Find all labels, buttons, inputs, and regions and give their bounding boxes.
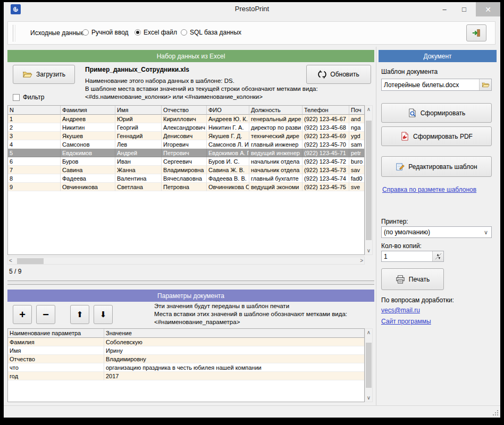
table-row[interactable]: 5ЕвдокимовАндрейПетровичЕвдокимов А. П.в…	[8, 149, 364, 157]
column-header[interactable]: ФИО	[207, 106, 249, 115]
radio-label: Excel файл	[144, 29, 177, 36]
scrollbar-thumb[interactable]	[366, 121, 372, 240]
scroll-right-icon[interactable]: >	[359, 257, 364, 265]
table-cell: Отчество	[8, 355, 104, 363]
table-cell: (922) 123-45-70	[303, 140, 349, 149]
table-row[interactable]: ОтчествоВладимировну	[8, 355, 364, 363]
table-cell: Кириллович	[162, 115, 207, 123]
excel-data-grid[interactable]: NФамилияИмяОтчествоФИОДолжностьТелефонПо…	[7, 105, 365, 255]
radio-manual-input[interactable]: Ручной ввод	[82, 29, 129, 36]
table-cell: Жанна	[115, 166, 162, 174]
refresh-button[interactable]: Обновить	[306, 65, 371, 84]
add-param-button[interactable]: +	[13, 305, 32, 324]
scrollbar-thumb[interactable]	[17, 258, 44, 264]
table-cell: Фадеева	[61, 174, 115, 183]
generate-button-label: Сформировать	[421, 109, 466, 117]
table-cell: Владимировну	[104, 355, 365, 363]
table-row[interactable]: 7СавинаЖаннаВладимировнаСавина Ж. В.нача…	[8, 166, 364, 174]
close-button[interactable]: ✕	[476, 2, 500, 16]
table-cell: petr	[349, 149, 365, 157]
move-up-button[interactable]: ⬆	[70, 305, 89, 324]
filter-label: Фильтр	[23, 94, 44, 101]
table-cell: Савина Ж. В.	[207, 166, 249, 174]
table-row[interactable]: ФамилияСоболевскую	[8, 338, 364, 346]
table-row[interactable]: 2НикитинГеоргийАлександровичНикитин Г. А…	[8, 123, 364, 132]
spin-buttons[interactable]	[432, 251, 443, 261]
table-cell: 5	[8, 149, 61, 157]
table-row[interactable]: чтоорганизацию праздника в честь юбилея …	[8, 363, 364, 372]
table-cell: 7	[8, 166, 61, 174]
table-row[interactable]: ИмяИрину	[8, 346, 364, 355]
maximize-button[interactable]: □	[455, 2, 474, 16]
params-grid[interactable]: Наименование параметраЗначениеФамилияСоб…	[7, 328, 365, 402]
column-header[interactable]: N	[8, 106, 61, 115]
scroll-left-icon[interactable]: <	[8, 257, 13, 265]
generate-button[interactable]: Сформировать	[381, 103, 492, 123]
radio-circle-icon	[82, 29, 89, 36]
resize-grip-icon[interactable]	[492, 410, 499, 416]
excel-panel-header: Набор данных из Excel	[7, 50, 374, 62]
column-header[interactable]: Должность	[249, 106, 303, 115]
table-row[interactable]: 4СамсоновЛевИгоревичСамсонов Л. И.главны…	[8, 140, 364, 149]
printer-select[interactable]: (по умолчанию) ∨	[381, 226, 492, 238]
column-header[interactable]: Значение	[104, 329, 365, 338]
table-cell: Самсонов Л. И.	[207, 140, 249, 149]
scrollbar-thumb[interactable]	[366, 343, 372, 388]
table-cell: 4	[8, 140, 61, 149]
browse-template-button[interactable]	[479, 79, 491, 90]
support-label: По вопросам доработки:	[381, 296, 454, 304]
generate-pdf-button[interactable]: Сформировать PDF	[381, 126, 492, 146]
params-vertical-scrollbar[interactable]: ∧ ∨	[365, 328, 373, 402]
column-header[interactable]: Наименование параметра	[8, 329, 104, 338]
grid-horizontal-scrollbar[interactable]: < >	[7, 257, 365, 265]
print-button-label: Печать	[409, 276, 430, 283]
column-header[interactable]: Имя	[115, 106, 162, 115]
scroll-up-icon[interactable]: ∧	[366, 106, 372, 113]
remove-param-button[interactable]: −	[36, 305, 55, 324]
scroll-up-icon[interactable]: ∧	[366, 329, 372, 336]
grid-header-row: NФамилияИмяОтчествоФИОДолжностьТелефонПо…	[8, 106, 364, 115]
source-toolbar: Исходные данные: Ручной ввод Excel файл …	[7, 21, 495, 45]
template-file-input[interactable]: Лотерейные билеты.docx	[381, 79, 492, 91]
source-data-label: Исходные данные:	[30, 29, 86, 37]
program-site-link[interactable]: Сайт программы	[381, 318, 431, 325]
table-cell: начальник отдела	[249, 166, 303, 174]
copies-stepper[interactable]: 1	[381, 251, 444, 262]
print-button[interactable]: Печать	[381, 268, 444, 290]
move-down-button[interactable]: ⬇	[94, 305, 113, 324]
radio-excel-file[interactable]: Excel файл	[135, 29, 177, 36]
table-row[interactable]: год2017	[8, 372, 364, 380]
chevron-down-icon: ∨	[481, 229, 491, 236]
table-cell: Самсонов	[61, 140, 115, 149]
printer-label: Принтер:	[381, 218, 408, 225]
load-button[interactable]: Загрузить	[13, 65, 75, 84]
scroll-down-icon[interactable]: ∨	[366, 247, 372, 254]
checkbox-icon	[13, 94, 20, 101]
grid-vertical-scrollbar[interactable]: ∧ ∨	[365, 105, 373, 255]
table-row[interactable]: 6БуровИванСергеевичБуров И. С.начальник …	[8, 157, 364, 166]
table-row[interactable]: 3ЯкушевГеннадийДенисовичЯкушев Г. Д.техн…	[8, 132, 364, 140]
edit-template-button[interactable]: Редактировать шаблон	[381, 156, 492, 177]
table-cell: что	[8, 363, 104, 372]
panel-splitter[interactable]	[7, 280, 374, 285]
toolbar-gripper	[13, 25, 15, 41]
table-cell: sam	[349, 140, 365, 149]
table-row[interactable]: 1АндреевЮрийКирилловичАндреев Ю. К.генер…	[8, 115, 364, 123]
scroll-down-icon[interactable]: ∨	[366, 394, 372, 402]
filter-checkbox[interactable]: Фильтр	[13, 94, 44, 101]
column-header[interactable]: Поч	[349, 106, 365, 115]
column-header[interactable]: Отчество	[162, 106, 207, 115]
document-panel-header: Документ	[379, 50, 497, 62]
template-help-link[interactable]: Справка по разметке шаблонов	[382, 186, 476, 193]
table-row[interactable]: 8ФадееваВалентинаВячеславовнаФадеева В. …	[8, 174, 364, 183]
column-header[interactable]: Фамилия	[61, 106, 115, 115]
folder-open-icon	[22, 71, 32, 79]
table-cell: Соболевскую	[104, 338, 365, 346]
column-header[interactable]: Телефон	[303, 106, 349, 115]
table-cell: Якушев Г. Д.	[207, 132, 249, 140]
radio-sql-database[interactable]: SQL база данных	[181, 29, 241, 36]
table-row[interactable]: 9ОвчинниковаСветланаПетровнаОвчинникова …	[8, 183, 364, 191]
minimize-button[interactable]: –	[435, 2, 453, 16]
support-email-link[interactable]: vecs@mail.ru	[381, 307, 420, 314]
exit-button[interactable]	[466, 24, 486, 41]
